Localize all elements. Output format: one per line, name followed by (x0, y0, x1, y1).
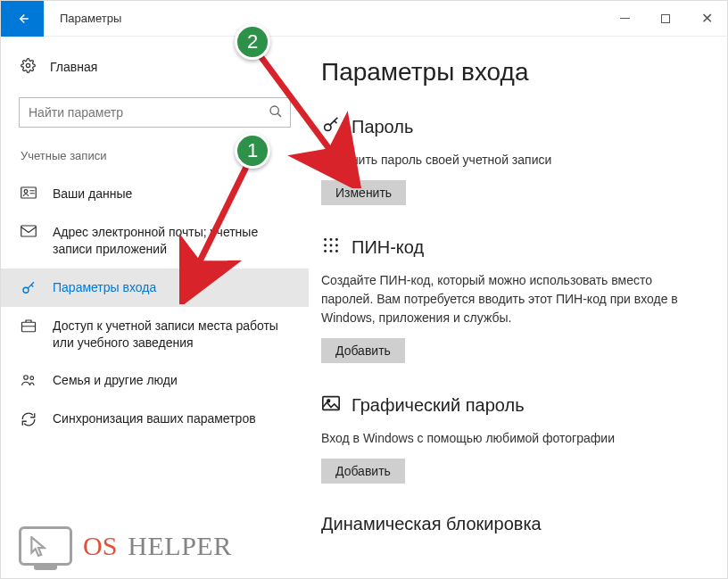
section-title: Графический пароль (352, 395, 525, 416)
svg-rect-4 (21, 226, 37, 236)
svg-point-17 (330, 250, 333, 252)
person-card-icon (21, 186, 37, 199)
titlebar: Параметры ✕ (1, 1, 727, 37)
section-pin: ПИН-код Создайте ПИН-код, который можно … (321, 236, 700, 363)
key-icon (21, 280, 37, 296)
sidebar: Главная Найти параметр Учетные записи Ва… (1, 37, 309, 578)
section-description: Изменить пароль своей учетной записи (321, 151, 700, 170)
svg-point-1 (270, 106, 278, 114)
search-input[interactable]: Найти параметр (19, 97, 291, 128)
annotation-badge-2: 2 (235, 24, 270, 60)
minimize-button[interactable] (604, 1, 645, 37)
section-password: Пароль Изменить пароль своей учетной зап… (321, 115, 700, 205)
page-title: Параметры входа (321, 58, 700, 87)
sidebar-item-family[interactable]: Семья и другие люди (1, 361, 309, 400)
sidebar-item-label: Синхронизация ваших параметров (53, 410, 256, 427)
sync-icon (21, 411, 37, 427)
gear-icon (21, 58, 36, 76)
sidebar-item-your-info[interactable]: Ваши данные (1, 175, 309, 213)
people-icon (21, 373, 37, 387)
svg-rect-6 (22, 322, 36, 332)
sidebar-item-label: Ваши данные (53, 186, 132, 203)
mail-icon (21, 225, 37, 237)
sidebar-item-label: Параметры входа (53, 279, 156, 296)
window-controls: ✕ (604, 1, 727, 37)
back-button[interactable] (1, 1, 44, 37)
svg-rect-2 (21, 187, 37, 198)
add-picture-password-button[interactable]: Добавить (321, 459, 405, 484)
sidebar-item-label: Адрес электронной почты; учетные записи … (53, 224, 289, 258)
briefcase-icon (21, 318, 37, 333)
section-title: ПИН-код (352, 237, 424, 258)
section-description: Вход в Windows с помощью любимой фотогра… (321, 429, 700, 448)
svg-point-10 (324, 238, 327, 241)
svg-point-11 (330, 238, 333, 241)
close-button[interactable]: ✕ (686, 1, 727, 37)
watermark: OS HELPER (19, 526, 232, 566)
window-title: Параметры (60, 12, 121, 25)
svg-point-3 (24, 190, 28, 194)
section-dynamic-lock: Динамическая блокировка (321, 514, 700, 534)
monitor-icon (19, 526, 72, 566)
sidebar-item-label: Семья и другие люди (53, 372, 178, 389)
section-title: Динамическая блокировка (321, 514, 542, 534)
picture-icon (321, 393, 341, 417)
svg-point-18 (335, 250, 338, 252)
key-icon (321, 115, 341, 138)
sidebar-item-email[interactable]: Адрес электронной почты; учетные записи … (1, 213, 309, 269)
sidebar-item-sync[interactable]: Синхронизация ваших параметров (1, 400, 309, 438)
search-icon (269, 104, 283, 121)
svg-point-12 (335, 238, 338, 241)
svg-point-16 (324, 250, 327, 252)
sidebar-item-work-access[interactable]: Доступ к учетной записи места работы или… (1, 307, 309, 362)
watermark-text-os: OS (83, 531, 117, 561)
svg-point-14 (330, 244, 333, 247)
change-password-button[interactable]: Изменить (321, 180, 406, 205)
maximize-button[interactable] (645, 1, 686, 37)
section-picture-password: Графический пароль Вход в Windows с помо… (321, 393, 700, 484)
sidebar-home-label: Главная (50, 60, 97, 74)
svg-point-7 (24, 376, 29, 380)
main-panel: Параметры входа Пароль Изменить пароль с… (309, 37, 727, 578)
search-placeholder: Найти параметр (29, 105, 123, 120)
watermark-text-helper: HELPER (128, 531, 231, 561)
pin-grid-icon (321, 236, 341, 259)
section-title: Пароль (352, 117, 413, 137)
sidebar-item-label: Доступ к учетной записи места работы или… (53, 318, 289, 352)
svg-point-13 (324, 244, 327, 247)
svg-point-20 (327, 400, 330, 402)
annotation-badge-1: 1 (235, 133, 270, 169)
svg-point-8 (30, 376, 34, 380)
add-pin-button[interactable]: Добавить (321, 338, 405, 363)
svg-point-0 (26, 63, 29, 67)
section-description: Создайте ПИН-код, который можно использо… (321, 271, 700, 327)
svg-point-15 (335, 244, 338, 247)
sidebar-item-signin-options[interactable]: Параметры входа (1, 269, 309, 307)
